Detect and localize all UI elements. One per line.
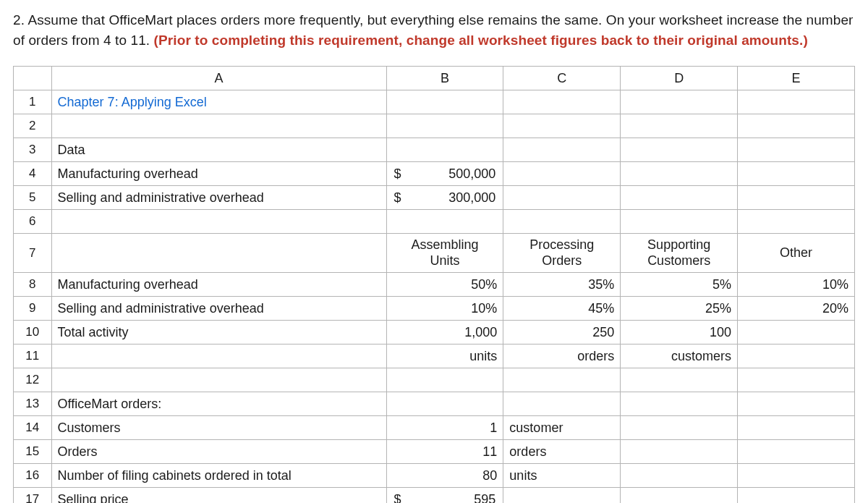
cell-c3[interactable] bbox=[503, 138, 621, 162]
cell-d5[interactable] bbox=[621, 186, 738, 210]
cell-b10[interactable]: 1,000 bbox=[386, 321, 503, 345]
cell-d11[interactable]: customers bbox=[621, 345, 738, 368]
cell-c4[interactable] bbox=[503, 162, 621, 186]
row-num: 10 bbox=[14, 321, 52, 345]
cell-c11[interactable]: orders bbox=[503, 345, 621, 368]
cell-e1[interactable] bbox=[738, 90, 855, 114]
cell-a10[interactable]: Total activity bbox=[51, 321, 386, 345]
cell-a12[interactable] bbox=[51, 368, 386, 392]
cell-b15[interactable]: 11 bbox=[386, 440, 503, 464]
cell-a15[interactable]: Orders bbox=[51, 440, 386, 464]
cell-d8[interactable]: 5% bbox=[621, 273, 738, 297]
cell-a8[interactable]: Manufacturing overhead bbox=[51, 273, 386, 297]
cell-c7[interactable]: ProcessingOrders bbox=[503, 234, 621, 273]
cell-e9[interactable]: 20% bbox=[738, 297, 855, 321]
cell-b6[interactable] bbox=[386, 210, 503, 234]
cell-a6[interactable] bbox=[51, 210, 386, 234]
cell-a14[interactable]: Customers bbox=[51, 416, 386, 440]
cell-e14[interactable] bbox=[738, 416, 855, 440]
cell-e8[interactable]: 10% bbox=[738, 273, 855, 297]
cell-e15[interactable] bbox=[738, 440, 855, 464]
cell-e10[interactable] bbox=[738, 321, 855, 345]
cell-a13[interactable]: OfficeMart orders: bbox=[51, 392, 386, 416]
cell-b16[interactable]: 80 bbox=[386, 464, 503, 488]
cell-d2[interactable] bbox=[621, 114, 738, 138]
cell-b2[interactable] bbox=[386, 114, 503, 138]
cell-b17[interactable]: $595 bbox=[386, 488, 503, 503]
cell-a3[interactable]: Data bbox=[51, 138, 386, 162]
cell-e13[interactable] bbox=[738, 392, 855, 416]
row-num: 9 bbox=[14, 297, 52, 321]
cell-e17[interactable] bbox=[738, 488, 855, 503]
cell-b9[interactable]: 10% bbox=[386, 297, 503, 321]
cell-c8[interactable]: 35% bbox=[503, 273, 621, 297]
cell-a17[interactable]: Selling price bbox=[51, 488, 386, 503]
cell-d14[interactable] bbox=[621, 416, 738, 440]
cell-c1[interactable] bbox=[503, 90, 621, 114]
cell-b8[interactable]: 50% bbox=[386, 273, 503, 297]
cell-b3[interactable] bbox=[386, 138, 503, 162]
cell-d9[interactable]: 25% bbox=[621, 297, 738, 321]
cell-d1[interactable] bbox=[621, 90, 738, 114]
cell-c15[interactable]: orders bbox=[503, 440, 621, 464]
cell-e2[interactable] bbox=[738, 114, 855, 138]
row-num: 3 bbox=[14, 138, 52, 162]
cell-b4[interactable]: $500,000 bbox=[386, 162, 503, 186]
cell-c2[interactable] bbox=[503, 114, 621, 138]
header-row: A B C D E bbox=[14, 67, 855, 90]
cell-e6[interactable] bbox=[738, 210, 855, 234]
cell-c17[interactable] bbox=[503, 488, 621, 503]
cell-b12[interactable] bbox=[386, 368, 503, 392]
cell-d10[interactable]: 100 bbox=[621, 321, 738, 345]
cell-d15[interactable] bbox=[621, 440, 738, 464]
cell-e16[interactable] bbox=[738, 464, 855, 488]
cell-a9[interactable]: Selling and administrative overhead bbox=[51, 297, 386, 321]
cell-c6[interactable] bbox=[503, 210, 621, 234]
cell-a7[interactable] bbox=[51, 234, 386, 273]
cell-c12[interactable] bbox=[503, 368, 621, 392]
cell-c13[interactable] bbox=[503, 392, 621, 416]
cell-e11[interactable] bbox=[738, 345, 855, 368]
cell-e4[interactable] bbox=[738, 162, 855, 186]
cell-c14[interactable]: customer bbox=[503, 416, 621, 440]
row-num: 16 bbox=[14, 464, 52, 488]
cell-d4[interactable] bbox=[621, 162, 738, 186]
cell-a5[interactable]: Selling and administrative overhead bbox=[51, 186, 386, 210]
cell-e7[interactable]: Other bbox=[738, 234, 855, 273]
cell-b5[interactable]: $300,000 bbox=[386, 186, 503, 210]
cell-c10[interactable]: 250 bbox=[503, 321, 621, 345]
row-16: 16 Number of filing cabinets ordered in … bbox=[14, 464, 855, 488]
row-7: 7 AssemblingUnits ProcessingOrders Suppo… bbox=[14, 234, 855, 273]
row-3: 3 Data bbox=[14, 138, 855, 162]
row-num: 8 bbox=[14, 273, 52, 297]
cell-d6[interactable] bbox=[621, 210, 738, 234]
cell-d3[interactable] bbox=[621, 138, 738, 162]
cell-c5[interactable] bbox=[503, 186, 621, 210]
cell-b11[interactable]: units bbox=[386, 345, 503, 368]
row-num: 15 bbox=[14, 440, 52, 464]
cell-e5[interactable] bbox=[738, 186, 855, 210]
cell-b7[interactable]: AssemblingUnits bbox=[386, 234, 503, 273]
cell-a4[interactable]: Manufacturing overhead bbox=[51, 162, 386, 186]
cell-e12[interactable] bbox=[738, 368, 855, 392]
col-header-D: D bbox=[621, 67, 738, 90]
cell-d17[interactable] bbox=[621, 488, 738, 503]
row-num: 14 bbox=[14, 416, 52, 440]
cell-a2[interactable] bbox=[51, 114, 386, 138]
row-num: 11 bbox=[14, 345, 52, 368]
cell-b1[interactable] bbox=[386, 90, 503, 114]
cell-d13[interactable] bbox=[621, 392, 738, 416]
cell-b13[interactable] bbox=[386, 392, 503, 416]
cell-d16[interactable] bbox=[621, 464, 738, 488]
cell-e3[interactable] bbox=[738, 138, 855, 162]
row-12: 12 bbox=[14, 368, 855, 392]
cell-a16[interactable]: Number of filing cabinets ordered in tot… bbox=[51, 464, 386, 488]
cell-b14[interactable]: 1 bbox=[386, 416, 503, 440]
cell-c9[interactable]: 45% bbox=[503, 297, 621, 321]
cell-d12[interactable] bbox=[621, 368, 738, 392]
cell-a1[interactable]: Chapter 7: Applying Excel bbox=[51, 90, 386, 114]
row-10: 10 Total activity 1,000 250 100 bbox=[14, 321, 855, 345]
cell-c16[interactable]: units bbox=[503, 464, 621, 488]
cell-a11[interactable] bbox=[51, 345, 386, 368]
cell-d7[interactable]: SupportingCustomers bbox=[621, 234, 738, 273]
